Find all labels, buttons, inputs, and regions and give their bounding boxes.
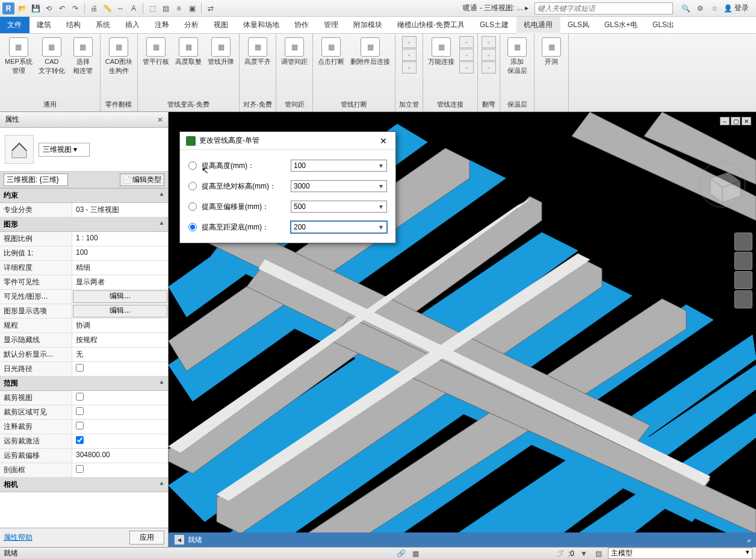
tab-4[interactable]: 插入 bbox=[118, 17, 147, 33]
property-value[interactable]: 304800.00 bbox=[72, 449, 168, 463]
tab-5[interactable]: 注释 bbox=[147, 17, 177, 33]
tab-9[interactable]: 协作 bbox=[287, 17, 317, 33]
small-button[interactable]: ▫ bbox=[482, 36, 496, 48]
login-button[interactable]: 👤 登录 bbox=[723, 3, 749, 13]
ribbon-button[interactable]: ▦万能连接 bbox=[427, 36, 456, 67]
maximize-icon[interactable]: ▢ bbox=[731, 117, 740, 125]
scroll-left-icon[interactable]: ◂ bbox=[175, 535, 184, 545]
small-button[interactable]: ▫ bbox=[459, 61, 474, 73]
dialog-titlebar[interactable]: 更改管线高度-单管 ✕ bbox=[180, 132, 395, 150]
property-value[interactable]: 精细 bbox=[72, 261, 168, 275]
select-icon[interactable]: ℱ bbox=[557, 549, 563, 558]
type-combo[interactable]: 三维视图 ▾ bbox=[39, 143, 90, 157]
ribbon-button[interactable]: ▦点击打断 bbox=[317, 36, 345, 67]
ribbon-button[interactable]: ▦管线升降 bbox=[206, 36, 235, 67]
small-button[interactable]: ▫ bbox=[459, 36, 474, 48]
property-checkbox[interactable] bbox=[76, 436, 84, 444]
close-view-icon[interactable]: ✕ bbox=[742, 117, 751, 125]
property-category[interactable]: 范围 bbox=[0, 376, 168, 391]
zoom-icon[interactable] bbox=[734, 271, 752, 289]
dialog-value-combo[interactable]: 100 bbox=[291, 160, 387, 172]
tab-16[interactable]: GLS水+电 bbox=[597, 17, 645, 33]
view-selector-text[interactable]: 三维视图: {三维} bbox=[4, 173, 68, 186]
property-checkbox[interactable] bbox=[76, 407, 84, 415]
print-icon[interactable]: 🖨 bbox=[88, 3, 99, 14]
app-logo[interactable]: R bbox=[2, 2, 14, 14]
option-icon[interactable]: ▤ bbox=[593, 549, 603, 558]
save-icon[interactable]: 💾 bbox=[30, 3, 41, 14]
dialog-radio[interactable] bbox=[188, 223, 197, 231]
switch-icon[interactable]: ⇄ bbox=[205, 3, 216, 14]
orbit-icon[interactable] bbox=[734, 290, 752, 308]
property-value[interactable]: 协调 bbox=[72, 319, 168, 333]
star-icon[interactable]: ☆ bbox=[709, 3, 720, 14]
properties-help-link[interactable]: 属性帮助 bbox=[4, 532, 33, 543]
dialog-close-icon[interactable]: ✕ bbox=[377, 136, 389, 146]
ribbon-button[interactable]: ▦CAD图块生构件 bbox=[104, 36, 134, 76]
small-button[interactable]: ▫ bbox=[402, 36, 417, 48]
tab-14[interactable]: 机电通用 bbox=[516, 17, 560, 34]
redo-icon[interactable]: ↷ bbox=[70, 3, 81, 14]
measure-icon[interactable]: 📏 bbox=[102, 3, 113, 14]
ribbon-button[interactable]: ▦管平行板 bbox=[141, 36, 170, 67]
property-checkbox[interactable] bbox=[76, 465, 84, 473]
ribbon-button[interactable]: ▦高度取整 bbox=[174, 36, 203, 67]
dialog-radio[interactable] bbox=[188, 202, 197, 211]
small-button[interactable]: ▫ bbox=[482, 49, 496, 61]
ribbon-button[interactable]: ▦选择相连管 bbox=[70, 36, 96, 76]
property-value[interactable]: 无 bbox=[72, 348, 168, 361]
main-model-combo[interactable]: 主模型 bbox=[608, 548, 752, 559]
ribbon-button[interactable]: ▦开洞 bbox=[538, 36, 565, 67]
property-value[interactable]: 100 bbox=[72, 246, 168, 260]
tab-12[interactable]: 橄榄山快模-免费工具 bbox=[390, 17, 472, 33]
tab-2[interactable]: 结构 bbox=[59, 17, 88, 33]
small-button[interactable]: ▫ bbox=[482, 61, 496, 73]
tab-3[interactable]: 系统 bbox=[88, 17, 118, 33]
property-category[interactable]: 约束 bbox=[0, 189, 168, 203]
undo-icon[interactable]: ↶ bbox=[57, 3, 67, 14]
3d-icon[interactable]: ⬚ bbox=[147, 3, 158, 14]
filter-icon[interactable]: ▼ bbox=[579, 549, 589, 558]
close-window-icon[interactable]: ▣ bbox=[187, 3, 197, 14]
ribbon-button[interactable]: ▦添加保温层 bbox=[504, 36, 530, 76]
status-x-icon[interactable]: 𝓍 bbox=[747, 536, 750, 544]
property-checkbox[interactable] bbox=[76, 364, 84, 372]
ribbon-button[interactable]: ▦删附件后连接 bbox=[349, 36, 391, 67]
type-selector[interactable]: 三维视图 ▾ bbox=[0, 128, 168, 172]
link-icon[interactable]: 🔗 bbox=[397, 549, 406, 558]
open-icon[interactable]: 📂 bbox=[17, 3, 28, 14]
tab-0[interactable]: 文件 bbox=[0, 17, 29, 33]
property-edit-button[interactable]: 编辑... bbox=[73, 290, 167, 303]
tab-15[interactable]: GLS风 bbox=[560, 17, 597, 33]
section-icon[interactable]: ▤ bbox=[160, 3, 171, 14]
tab-7[interactable]: 视图 bbox=[206, 17, 236, 33]
tab-10[interactable]: 管理 bbox=[317, 17, 346, 33]
tab-11[interactable]: 附加模块 bbox=[346, 17, 390, 33]
search-input[interactable] bbox=[534, 2, 673, 14]
dialog-radio[interactable] bbox=[188, 161, 197, 170]
comm-icon[interactable]: ⚙ bbox=[695, 3, 705, 14]
property-edit-button[interactable]: 编辑... bbox=[73, 305, 167, 317]
apply-button[interactable]: 应用 bbox=[129, 531, 164, 545]
text-icon[interactable]: A bbox=[128, 3, 139, 14]
dimension-icon[interactable]: ↔ bbox=[115, 3, 126, 14]
minimize-icon[interactable]: – bbox=[720, 117, 730, 125]
dialog-radio[interactable] bbox=[188, 182, 197, 190]
worksets-icon[interactable]: ▦ bbox=[411, 549, 421, 558]
property-value[interactable]: 03 - 三维视图 bbox=[72, 203, 168, 217]
small-button[interactable]: ▫ bbox=[402, 49, 417, 61]
steering-wheel-icon[interactable] bbox=[734, 233, 752, 251]
property-value[interactable]: 按规程 bbox=[72, 333, 168, 347]
close-panel-icon[interactable]: ✕ bbox=[157, 116, 163, 124]
tab-13[interactable]: GLS土建 bbox=[472, 17, 516, 33]
tab-17[interactable]: GLS出 bbox=[645, 17, 682, 33]
binoculars-icon[interactable]: 🔍 bbox=[680, 3, 691, 14]
property-value[interactable]: 显示两者 bbox=[72, 275, 168, 289]
ribbon-button[interactable]: ▦高度平齐 bbox=[243, 36, 272, 67]
tab-8[interactable]: 体量和场地 bbox=[236, 17, 287, 33]
ribbon-button[interactable]: ▦MEP系统管理 bbox=[4, 36, 34, 76]
thin-lines-icon[interactable]: ≡ bbox=[173, 3, 184, 14]
ribbon-button[interactable]: ▦调管间距 bbox=[280, 36, 309, 67]
ribbon-button[interactable]: ▦CAD文字转化 bbox=[37, 36, 66, 76]
viewcube[interactable] bbox=[698, 160, 746, 208]
